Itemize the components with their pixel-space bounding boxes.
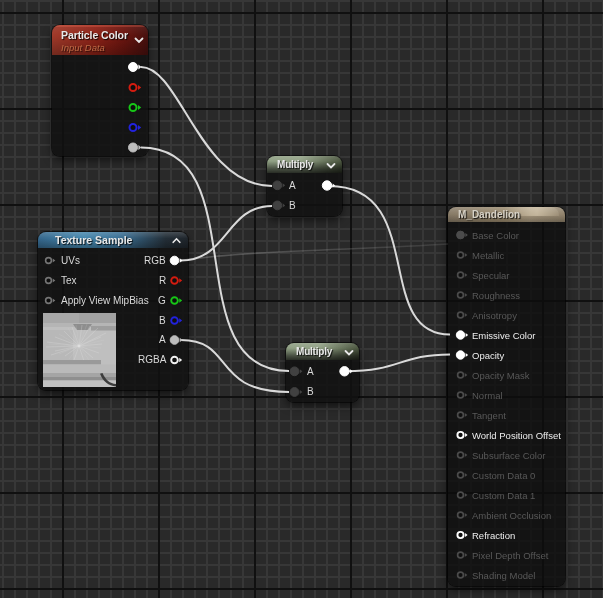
svg-text:Tangent: Tangent	[472, 410, 506, 421]
svg-text:Ambient Occlusion: Ambient Occlusion	[472, 510, 551, 521]
svg-text:Shading Model: Shading Model	[472, 570, 535, 581]
svg-text:World Position Offset: World Position Offset	[472, 430, 561, 441]
svg-text:Custom Data 0: Custom Data 0	[472, 470, 535, 481]
svg-text:Refraction: Refraction	[472, 530, 515, 541]
svg-text:Normal: Normal	[472, 390, 503, 401]
svg-text:Emissive Color: Emissive Color	[472, 330, 535, 341]
svg-text:Opacity: Opacity	[472, 350, 504, 361]
svg-text:Base Color: Base Color	[472, 230, 519, 241]
svg-text:Subsurface Color: Subsurface Color	[472, 450, 545, 461]
svg-text:Metallic: Metallic	[472, 250, 504, 261]
svg-text:Anisotropy: Anisotropy	[472, 310, 517, 321]
svg-text:Pixel Depth Offset: Pixel Depth Offset	[472, 550, 549, 561]
svg-text:Roughness: Roughness	[472, 290, 520, 301]
svg-text:Opacity Mask: Opacity Mask	[472, 370, 530, 381]
svg-text:Custom Data 1: Custom Data 1	[472, 490, 535, 501]
svg-text:Specular: Specular	[472, 270, 510, 281]
